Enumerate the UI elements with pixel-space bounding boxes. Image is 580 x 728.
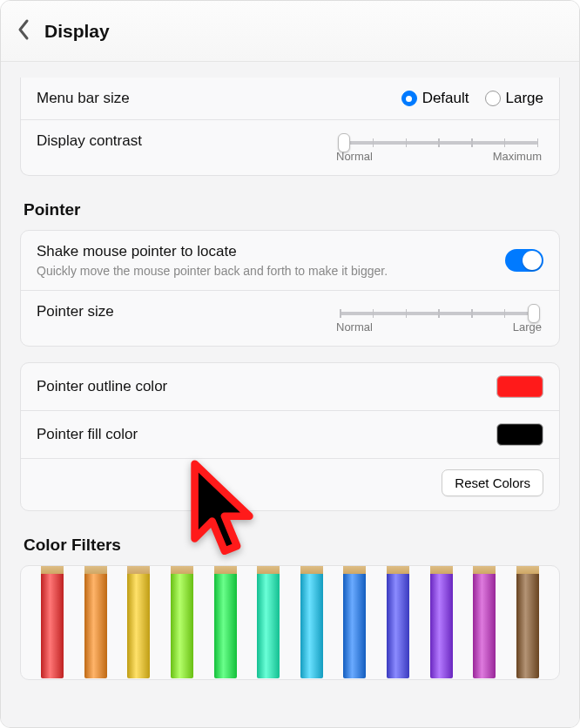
shake-locate-toggle[interactable]: [505, 249, 543, 272]
content-scroll: Menu bar size Default Large Display cont…: [1, 62, 579, 728]
page-title: Display: [44, 21, 110, 42]
pencil-icon: [512, 565, 543, 679]
color-filters-section-title: Color Filters: [24, 536, 560, 555]
pencil-icon: [426, 565, 457, 679]
display-card: Menu bar size Default Large Display cont…: [20, 78, 560, 176]
display-contrast-label: Display contrast: [37, 132, 334, 150]
shake-locate-desc: Quickly move the mouse pointer back and …: [37, 264, 505, 278]
pointer-size-slider[interactable]: Normal Large: [334, 303, 543, 334]
menu-bar-size-radio-group: Default Large: [401, 90, 543, 107]
pencil-icon: [166, 565, 198, 679]
slider-max-label: Maximum: [493, 150, 542, 163]
pointer-card-2: Pointer outline color Pointer fill color…: [20, 362, 560, 511]
pointer-card-1: Shake mouse pointer to locate Quickly mo…: [20, 230, 560, 347]
back-chevron-icon[interactable]: [15, 17, 32, 45]
pointer-outline-color-swatch[interactable]: [496, 375, 543, 398]
menu-bar-size-default-radio[interactable]: Default: [401, 90, 469, 107]
reset-colors-button[interactable]: Reset Colors: [442, 469, 543, 496]
pencil-icon: [469, 565, 500, 679]
header-bar: Display: [1, 1, 579, 62]
pencil-icon: [339, 565, 370, 679]
pointer-size-label: Pointer size: [37, 303, 334, 320]
slider-min-label: Normal: [336, 320, 373, 334]
reset-colors-row: Reset Colors: [21, 459, 559, 510]
menu-bar-size-label: Menu bar size: [37, 90, 401, 107]
pencil-icon: [37, 565, 68, 679]
pointer-section-title: Pointer: [24, 200, 560, 219]
pencils-illustration: [21, 566, 559, 679]
pointer-fill-color-swatch[interactable]: [496, 423, 543, 446]
pencil-icon: [253, 565, 284, 679]
menu-bar-size-large-radio[interactable]: Large: [485, 90, 543, 107]
pencil-icon: [296, 565, 327, 679]
radio-circle-icon: [401, 91, 417, 106]
shake-locate-label: Shake mouse pointer to locate: [37, 243, 505, 260]
display-contrast-slider[interactable]: Normal Maximum: [334, 132, 543, 163]
radio-label: Large: [506, 90, 543, 107]
pointer-outline-row: Pointer outline color: [21, 363, 559, 411]
pencil-icon: [80, 565, 111, 679]
pencil-icon: [123, 565, 154, 679]
pointer-fill-row: Pointer fill color: [21, 411, 559, 459]
settings-pane: Display Menu bar size Default Large Di: [0, 0, 580, 728]
pointer-fill-label: Pointer fill color: [37, 426, 496, 443]
pencil-icon: [210, 565, 241, 679]
radio-circle-icon: [485, 91, 501, 106]
pencil-icon: [382, 565, 414, 679]
radio-label: Default: [422, 90, 469, 107]
pointer-size-row: Pointer size Normal Large: [21, 291, 559, 346]
color-filters-card: [20, 565, 560, 680]
pointer-outline-label: Pointer outline color: [37, 378, 496, 395]
display-contrast-row: Display contrast Normal Maximum: [21, 120, 559, 175]
shake-locate-row: Shake mouse pointer to locate Quickly mo…: [21, 231, 559, 291]
menu-bar-size-row: Menu bar size Default Large: [21, 78, 559, 120]
